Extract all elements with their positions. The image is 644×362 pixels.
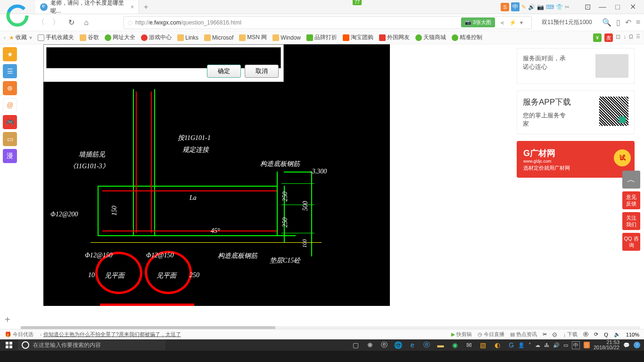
tray-sogou[interactable]: S xyxy=(584,342,590,348)
tray-vol-icon[interactable]: 🔊 xyxy=(553,342,560,348)
bm-mobile[interactable]: 手机收藏夹 xyxy=(35,33,76,42)
task-mail[interactable]: ✉ xyxy=(462,340,476,350)
cortana-search-input[interactable]: 在这里输入你要搜索的内容 xyxy=(18,340,165,350)
tray-ime-lang[interactable]: 中 xyxy=(572,341,580,349)
tray-net-icon[interactable]: 🖧 xyxy=(544,342,549,348)
task-ie[interactable]: ⓔ xyxy=(420,340,433,350)
bm-ext-3[interactable]: ⊡ xyxy=(616,33,620,42)
dock-weibo[interactable]: ⊚ xyxy=(3,81,17,95)
tray-notifications-icon[interactable]: 💬 xyxy=(623,342,630,348)
sb-block-icon[interactable]: ⛒ xyxy=(553,332,558,337)
nav-home-button[interactable]: ⌂ xyxy=(80,16,92,29)
tab-close-icon[interactable]: × xyxy=(131,4,134,10)
bm-taobao[interactable]: 淘宝团购 xyxy=(340,33,376,42)
scroll-top-button[interactable]: ︿ xyxy=(622,171,640,189)
bm-window[interactable]: Window xyxy=(270,33,303,42)
service-box-2[interactable]: 服务APP下载 您的掌上服务专家 xyxy=(517,90,635,134)
dock-game[interactable]: 🎮 xyxy=(3,115,17,129)
bm-google[interactable]: 谷歌 xyxy=(77,33,101,42)
sb-hot[interactable]: ▤热点资讯 xyxy=(510,331,537,338)
follow-button[interactable]: 关注 我们 xyxy=(622,212,640,230)
bm-apps-icon[interactable]: ⠿ xyxy=(636,33,640,42)
promo-text[interactable]: 双11预付1元抵1000 xyxy=(542,18,592,26)
task-app-5[interactable]: ◐ xyxy=(491,340,504,350)
nav-reload-button[interactable]: ↻ xyxy=(65,16,77,29)
bm-links[interactable]: Links xyxy=(175,33,201,42)
url-input[interactable]: ◌ http://e.fwxgx.com/question_1966816.ht… xyxy=(124,16,532,29)
ime-tool-5[interactable]: 👕 xyxy=(556,4,563,10)
dock-star[interactable]: ★ xyxy=(3,47,17,61)
new-tab-button[interactable]: + xyxy=(144,3,148,11)
bm-msn[interactable]: MSN 网 xyxy=(237,33,269,42)
ime-tool-4[interactable]: ⌨ xyxy=(546,4,554,10)
sb-clip[interactable]: ▶快剪辑 xyxy=(451,331,472,338)
ime-lang[interactable]: 中 xyxy=(511,2,520,11)
sb-download[interactable]: ↓下载 xyxy=(563,331,578,338)
menu-icon[interactable]: ≡ xyxy=(636,18,640,27)
cancel-button[interactable]: 取消 xyxy=(245,65,279,78)
service-box-1[interactable]: 服务面对面，承诺心连心 xyxy=(517,48,635,84)
bolt-icon[interactable]: ⚡ xyxy=(509,19,516,26)
sb-live[interactable]: ◷今日直播 xyxy=(478,331,504,338)
bm-brand[interactable]: 品牌打折 xyxy=(304,33,339,42)
sb-cut-icon[interactable]: ✂ xyxy=(543,331,547,337)
feedback-button[interactable]: 意见 反馈 xyxy=(622,191,640,209)
qq-support-button[interactable]: QQ 咨询 xyxy=(622,233,640,251)
bm-ext-5[interactable]: Ω xyxy=(629,33,633,42)
nav-forward-button[interactable]: 〉 xyxy=(50,16,62,29)
ad-banner[interactable]: G广材网 www.gldjc.com 选材定价就用广材网 试 xyxy=(517,141,635,178)
window-feedback-icon[interactable]: ⊡ xyxy=(581,2,594,12)
dock-book[interactable]: ▭ xyxy=(3,132,17,146)
add-dock-button[interactable]: + xyxy=(5,314,10,325)
task-explorer[interactable]: ▬ xyxy=(434,340,447,350)
taskview-icon[interactable]: ▢ xyxy=(349,340,363,350)
sidebar-toggle-icon[interactable]: ▯ xyxy=(616,18,620,27)
dock-news[interactable]: ☰ xyxy=(3,64,17,78)
bm-ext-1[interactable]: ¥ xyxy=(593,33,602,42)
sb-reload-icon[interactable]: ⟳ xyxy=(594,331,598,337)
task-app-2[interactable]: ⓔ xyxy=(378,340,391,350)
ime-tool-2[interactable]: 🔊 xyxy=(528,4,535,10)
tray-cloud-icon[interactable]: ☁ xyxy=(535,342,540,348)
browser-tab[interactable]: 老师，请问，这个长度是哪里呢... × xyxy=(35,0,139,14)
ime-tool-1[interactable]: ✎ xyxy=(521,4,526,10)
dropdown-icon[interactable]: ▾ xyxy=(520,19,523,26)
bm-sites[interactable]: 网址大全 xyxy=(102,33,138,42)
bm-foreign[interactable]: 外国网友 xyxy=(377,33,412,42)
bm-chevron-left[interactable]: ‹ xyxy=(4,34,6,41)
window-maximize-button[interactable]: □ xyxy=(611,2,624,12)
bm-games[interactable]: 游戏中心 xyxy=(139,33,174,42)
tray-up-icon[interactable]: ˄ xyxy=(528,342,531,348)
bm-favorites[interactable]: ★收藏▾ xyxy=(7,33,34,42)
task-app-4[interactable]: ▧ xyxy=(477,340,490,350)
share-icon[interactable]: ⪪ xyxy=(500,19,505,26)
tray-people-icon[interactable]: 👤 xyxy=(518,342,525,348)
task-360[interactable]: ◉ xyxy=(448,340,462,350)
bm-tmall[interactable]: 天猫商城 xyxy=(413,33,448,42)
task-app-3[interactable]: 🌐 xyxy=(392,340,405,350)
sb-mode-icon[interactable]: ⓔ xyxy=(583,331,588,338)
start-button[interactable] xyxy=(0,339,18,351)
window-minimize-button[interactable]: — xyxy=(596,2,609,12)
window-close-button[interactable]: ✕ xyxy=(626,2,639,12)
dock-manga[interactable]: 漫 xyxy=(3,149,17,163)
sb-zoom-level[interactable]: 110% xyxy=(626,332,639,337)
sogou-ime-bar[interactable]: S 中 ✎ 🔊 📷 ⌨ 👕 ✂ xyxy=(501,2,570,11)
sb-gift[interactable]: 🎁今日优选 xyxy=(5,331,33,338)
ok-button[interactable]: 确定 xyxy=(207,65,241,78)
bm-ext-4[interactable]: ↓ xyxy=(623,33,626,42)
sb-sound-icon[interactable]: 🔈 xyxy=(614,331,620,337)
bm-microsoft[interactable]: Microsof xyxy=(202,33,236,42)
nav-back-button[interactable]: 〈 xyxy=(35,16,47,29)
dock-at[interactable]: @ xyxy=(3,98,17,112)
history-icon[interactable]: ↶ xyxy=(625,18,631,27)
ime-tool-3[interactable]: 📷 xyxy=(537,4,544,10)
tray-clock[interactable]: 21:53 2018/10/22 xyxy=(594,340,619,350)
bm-control[interactable]: 精准控制 xyxy=(449,33,485,42)
search-icon[interactable]: 🔍 xyxy=(602,18,611,27)
sb-zoom-icon[interactable]: Q xyxy=(604,332,608,337)
sb-headline[interactable]: ‹你知道公主抱为什么不拍全景了?原来我们都被骗了，太逗了 xyxy=(40,331,181,338)
task-edge[interactable]: e xyxy=(406,340,419,350)
bm-ext-2[interactable]: 友 xyxy=(604,33,613,42)
tray-ime-1[interactable]: ▭ xyxy=(563,342,568,348)
